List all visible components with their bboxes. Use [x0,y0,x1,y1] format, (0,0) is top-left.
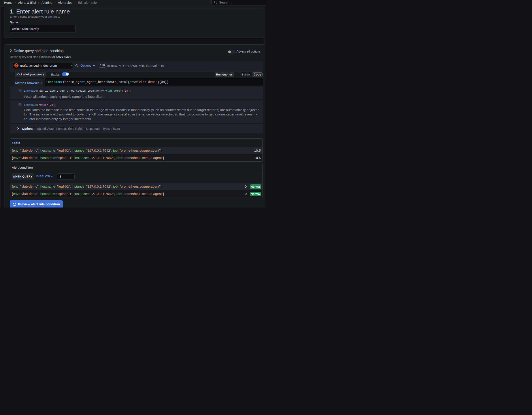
svg-text:?: ? [53,56,54,58]
